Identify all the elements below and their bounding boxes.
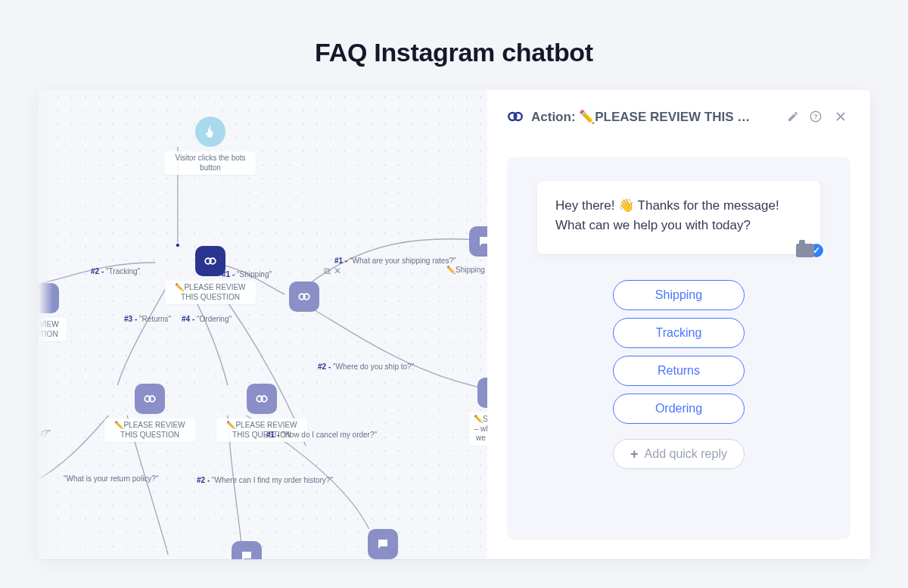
chat-icon <box>368 529 398 559</box>
edge-duplicate-icon[interactable]: ⧉ <box>324 266 331 276</box>
action-icon <box>38 283 59 313</box>
message-badge: ✓ <box>796 242 825 259</box>
action-icon <box>247 384 277 414</box>
message-text: Hey there! 👋 Thanks for the message! Wha… <box>537 181 820 254</box>
edge-label-cut: st?" <box>38 429 51 437</box>
edge-label-return-policy: "What is your return policy?" <box>64 474 158 483</box>
message-card[interactable]: Hey there! 👋 Thanks for the message! Wha… <box>537 181 820 254</box>
action-node-returns[interactable]: ✏️PLEASE REVIEW THIS QUESTION <box>104 384 195 442</box>
close-icon[interactable] <box>831 107 850 126</box>
quick-reply-ordering[interactable]: Ordering <box>613 394 745 424</box>
action-node-cut-left[interactable]: REVIEW ESTION <box>38 283 67 341</box>
add-quick-reply-label: Add quick reply <box>645 447 727 461</box>
inspector-panel: Action: ✏️PLEASE REVIEW THIS … ? Hey the… <box>487 90 870 559</box>
workspace: Visitor clicks the bots button ✏️PLEASE … <box>38 90 870 559</box>
chat-icon <box>232 541 262 559</box>
panel-body: Hey there! 👋 Thanks for the message! Wha… <box>507 157 850 540</box>
action-icon <box>135 384 165 414</box>
message-node-4[interactable] <box>232 541 262 559</box>
tap-icon <box>195 117 225 147</box>
action-icon <box>289 282 319 312</box>
quick-replies: Shipping Tracking Returns Ordering + Add… <box>613 280 745 469</box>
edge-label-ordering: #4 - "Ordering" <box>182 315 232 323</box>
edge-label-ship-to: #2 - "Where do you ship to?" <box>318 362 414 371</box>
action-label-main: ✏️PLEASE REVIEW THIS QUESTION <box>165 281 256 304</box>
action-label-cut-left: REVIEW ESTION <box>38 318 67 341</box>
add-quick-reply-button[interactable]: + Add quick reply <box>613 439 745 469</box>
action-label-returns: ✏️PLEASE REVIEW THIS QUESTION <box>104 418 195 442</box>
edge-label-cancel: #1 - "How do I cancel my order?" <box>266 431 377 439</box>
quick-reply-returns[interactable]: Returns <box>613 356 745 386</box>
page-title: FAQ Instagram chatbot <box>0 38 908 67</box>
message-node-3[interactable] <box>368 529 398 559</box>
edge-label-rates: #1 - "What are your shipping rates?" <box>334 257 456 265</box>
action-node-shipping[interactable] <box>289 282 319 312</box>
svg-text:?: ? <box>813 113 818 120</box>
flow-canvas[interactable]: Visitor clicks the bots button ✏️PLEASE … <box>38 90 487 559</box>
edge-tools[interactable]: ⧉ ✕ <box>324 266 341 276</box>
action-icon <box>195 246 225 276</box>
quick-reply-shipping[interactable]: Shipping <box>613 280 745 310</box>
flow-wires <box>38 90 487 559</box>
message-node-2[interactable]: ✏️Shipping – where do we ship to <box>469 378 487 446</box>
chat-icon <box>469 226 487 257</box>
edge-label-shipping-msg: ✏️Shipping - <box>446 266 487 274</box>
brand-icon <box>507 108 524 125</box>
edge-label-tracking: #2 - "Tracking" <box>91 267 140 275</box>
camera-icon <box>796 244 814 257</box>
edge-label-shipping: #1 - "Shipping" <box>222 270 272 278</box>
edge-delete-icon[interactable]: ✕ <box>334 266 341 276</box>
trigger-label: Visitor clicks the bots button <box>165 151 256 175</box>
help-icon[interactable]: ? <box>808 109 823 124</box>
edit-icon[interactable] <box>785 109 801 124</box>
edge-label-history: #2 - "Where can I find my order history?… <box>197 476 333 484</box>
panel-title: Action: ✏️PLEASE REVIEW THIS … <box>531 109 778 125</box>
chat-icon <box>477 378 487 408</box>
edge-label-returns: #3 - "Returns" <box>124 315 171 323</box>
panel-header: Action: ✏️PLEASE REVIEW THIS … ? <box>507 107 850 126</box>
message-node-1[interactable] <box>469 226 487 257</box>
svg-point-11 <box>515 113 522 120</box>
quick-reply-tracking[interactable]: Tracking <box>613 318 745 348</box>
message-label-2: ✏️Shipping – where do we ship to <box>469 412 487 446</box>
trigger-node[interactable]: Visitor clicks the bots button <box>165 117 256 175</box>
